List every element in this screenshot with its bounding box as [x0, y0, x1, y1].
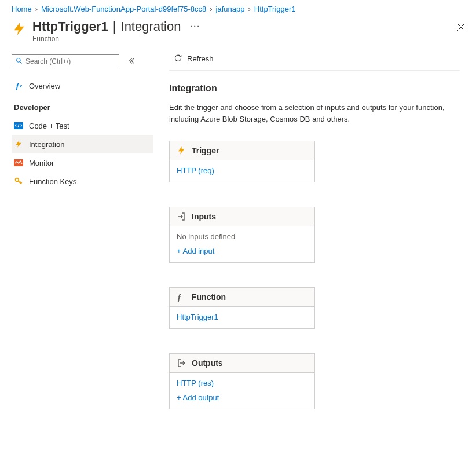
card-title: Outputs	[192, 358, 223, 368]
add-input-link[interactable]: + Add input	[177, 247, 307, 255]
content-heading: Integration	[169, 83, 460, 94]
title-separator: |	[113, 19, 116, 34]
sidebar-item-label: Overview	[29, 82, 60, 90]
breadcrumb-app[interactable]: jafunapp	[216, 5, 245, 13]
toolbar: Refresh	[169, 47, 460, 71]
sidebar-section-developer: Developer	[12, 95, 153, 116]
refresh-button[interactable]: Refresh	[169, 50, 218, 68]
add-output-link[interactable]: + Add output	[177, 393, 307, 402]
key-icon	[14, 177, 23, 186]
sidebar-item-label: Function Keys	[29, 177, 76, 186]
page-header: HttpTrigger1 | Integration ··· Function	[0, 19, 476, 47]
outputs-card: Outputs HTTP (res) + Add output	[169, 353, 315, 409]
sidebar: ƒx Overview Developer Code + Test Integr…	[0, 47, 153, 467]
card-header: Outputs	[170, 354, 314, 373]
breadcrumb-function[interactable]: HttpTrigger1	[254, 5, 296, 13]
lightning-bolt-icon	[12, 21, 27, 36]
card-title: Function	[192, 292, 226, 302]
sidebar-item-code-test[interactable]: Code + Test	[12, 116, 153, 135]
breadcrumb: Home › Microsoft.Web-FunctionApp-Portal-…	[0, 0, 476, 19]
sidebar-item-label: Code + Test	[29, 122, 69, 130]
search-box[interactable]	[12, 54, 119, 68]
page-subtitle: Function	[32, 35, 464, 43]
content-description: Edit the trigger and choose from a selec…	[169, 102, 460, 124]
title-function-name: HttpTrigger1	[32, 19, 108, 34]
output-http-link[interactable]: HTTP (res)	[177, 379, 307, 387]
lightning-bolt-icon	[14, 140, 23, 149]
lightning-bolt-icon	[177, 146, 186, 155]
sidebar-item-function-keys[interactable]: Function Keys	[12, 172, 153, 190]
svg-line-1	[20, 61, 22, 63]
code-icon	[14, 121, 23, 130]
page-title: HttpTrigger1 | Integration ···	[32, 19, 464, 34]
function-card: ƒ Function HttpTrigger1	[169, 287, 315, 329]
toolbar-button-label: Refresh	[187, 54, 214, 63]
sidebar-item-overview[interactable]: ƒx Overview	[12, 76, 153, 95]
search-input[interactable]	[25, 57, 115, 65]
chevron-right-icon: ›	[248, 5, 250, 13]
sidebar-item-label: Integration	[29, 140, 64, 149]
title-section: Integration	[121, 19, 181, 34]
breadcrumb-home[interactable]: Home	[12, 5, 32, 13]
svg-point-0	[17, 58, 21, 62]
inputs-empty-text: No inputs defined	[177, 232, 307, 241]
sidebar-item-label: Monitor	[29, 159, 54, 167]
trigger-card: Trigger HTTP (req)	[169, 141, 315, 182]
output-arrow-icon	[177, 358, 186, 368]
inputs-card: Inputs No inputs defined + Add input	[169, 207, 315, 263]
breadcrumb-resource-group[interactable]: Microsoft.Web-FunctionApp-Portal-d99fef7…	[41, 5, 206, 13]
chevron-right-icon: ›	[35, 5, 38, 13]
card-title: Inputs	[192, 212, 216, 221]
search-icon	[16, 57, 23, 66]
monitor-icon	[14, 158, 23, 167]
chevron-right-icon: ›	[210, 5, 212, 13]
function-icon: ƒ	[177, 292, 186, 302]
input-arrow-icon	[177, 212, 186, 221]
more-actions-button[interactable]: ···	[188, 21, 203, 32]
card-header: Inputs	[170, 207, 314, 226]
card-title: Trigger	[192, 146, 219, 155]
refresh-icon	[174, 54, 182, 64]
sidebar-item-monitor[interactable]: Monitor	[12, 153, 153, 172]
card-header: Trigger	[170, 141, 314, 160]
trigger-http-link[interactable]: HTTP (req)	[177, 166, 307, 175]
card-header: ƒ Function	[170, 288, 314, 307]
function-icon: ƒx	[14, 81, 23, 90]
collapse-sidebar-button[interactable]	[127, 57, 136, 67]
function-link[interactable]: HttpTrigger1	[177, 313, 307, 321]
content-area: Refresh Integration Edit the trigger and…	[153, 47, 476, 467]
close-button[interactable]	[456, 23, 468, 34]
sidebar-item-integration[interactable]: Integration	[12, 135, 153, 153]
